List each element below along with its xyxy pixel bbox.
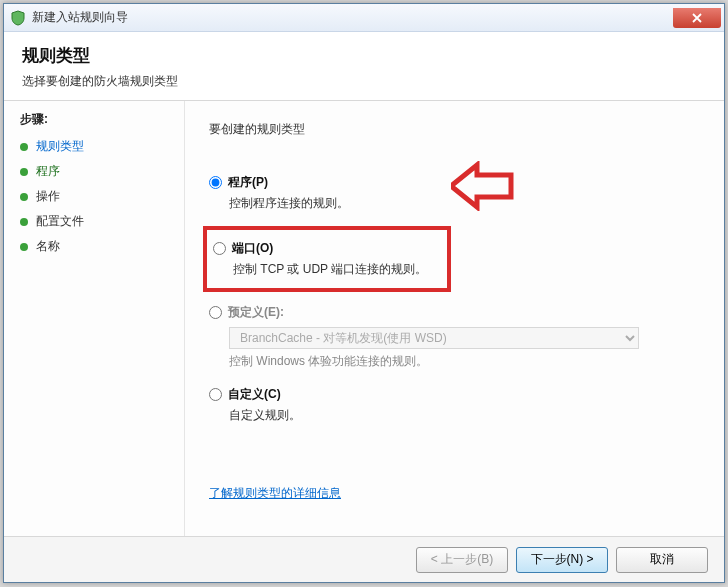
steps-title: 步骤:	[20, 111, 184, 128]
next-button[interactable]: 下一步(N) >	[516, 547, 608, 573]
bullet-icon	[20, 193, 28, 201]
rule-type-radio-group: 程序(P) 控制程序连接的规则。 端口(O) 控制 TCP 或 UDP 端口连接…	[209, 170, 700, 436]
title-bar: 新建入站规则向导	[4, 4, 724, 32]
page-subtitle: 选择要创建的防火墙规则类型	[22, 73, 706, 90]
radio-port[interactable]	[213, 242, 226, 255]
back-button: < 上一步(B)	[416, 547, 508, 573]
radio-custom[interactable]	[209, 388, 222, 401]
cancel-button[interactable]: 取消	[616, 547, 708, 573]
radio-block-custom: 自定义(C) 自定义规则。	[209, 382, 700, 436]
predefined-combo: BranchCache - 对等机发现(使用 WSD)	[229, 327, 639, 349]
close-button[interactable]	[673, 8, 721, 28]
step-profile[interactable]: 配置文件	[20, 213, 184, 230]
radio-custom-desc: 自定义规则。	[229, 407, 700, 424]
firewall-icon	[10, 10, 26, 26]
step-label: 规则类型	[36, 138, 84, 155]
radio-program-desc: 控制程序连接的规则。	[229, 195, 700, 212]
radio-program-label[interactable]: 程序(P)	[228, 174, 268, 191]
step-label: 配置文件	[36, 213, 84, 230]
wizard-header: 规则类型 选择要创建的防火墙规则类型	[4, 32, 724, 101]
radio-predefined-desc: 控制 Windows 体验功能连接的规则。	[229, 353, 700, 370]
radio-predefined-label[interactable]: 预定义(E):	[228, 304, 284, 321]
radio-predefined[interactable]	[209, 306, 222, 319]
prompt-text: 要创建的规则类型	[209, 121, 700, 138]
wizard-footer: < 上一步(B) 下一步(N) > 取消	[4, 536, 724, 582]
radio-block-predefined: 预定义(E): BranchCache - 对等机发现(使用 WSD) 控制 W…	[209, 300, 700, 382]
radio-port-label[interactable]: 端口(O)	[232, 240, 273, 257]
learn-more-link[interactable]: 了解规则类型的详细信息	[209, 486, 341, 500]
close-icon	[692, 13, 702, 23]
radio-block-port: 端口(O) 控制 TCP 或 UDP 端口连接的规则。	[203, 226, 451, 292]
wizard-dialog: 新建入站规则向导 规则类型 选择要创建的防火墙规则类型 步骤: 规则类型 程序	[3, 3, 725, 583]
radio-block-program: 程序(P) 控制程序连接的规则。	[209, 170, 700, 224]
bullet-icon	[20, 168, 28, 176]
step-program[interactable]: 程序	[20, 163, 184, 180]
bullet-icon	[20, 143, 28, 151]
steps-sidebar: 步骤: 规则类型 程序 操作 配置文件 名称	[4, 101, 184, 536]
step-name[interactable]: 名称	[20, 238, 184, 255]
bullet-icon	[20, 243, 28, 251]
learn-more: 了解规则类型的详细信息	[209, 485, 700, 502]
step-label: 程序	[36, 163, 60, 180]
wizard-body: 步骤: 规则类型 程序 操作 配置文件 名称	[4, 101, 724, 536]
bullet-icon	[20, 218, 28, 226]
step-rule-type[interactable]: 规则类型	[20, 138, 184, 155]
window-title: 新建入站规则向导	[32, 9, 128, 26]
radio-program[interactable]	[209, 176, 222, 189]
radio-custom-label[interactable]: 自定义(C)	[228, 386, 281, 403]
step-action[interactable]: 操作	[20, 188, 184, 205]
radio-port-desc: 控制 TCP 或 UDP 端口连接的规则。	[233, 261, 439, 278]
step-label: 名称	[36, 238, 60, 255]
main-panel: 要创建的规则类型 程序(P) 控制程序连接的规则。 端口(O)	[185, 101, 724, 536]
step-label: 操作	[36, 188, 60, 205]
page-title: 规则类型	[22, 44, 706, 67]
